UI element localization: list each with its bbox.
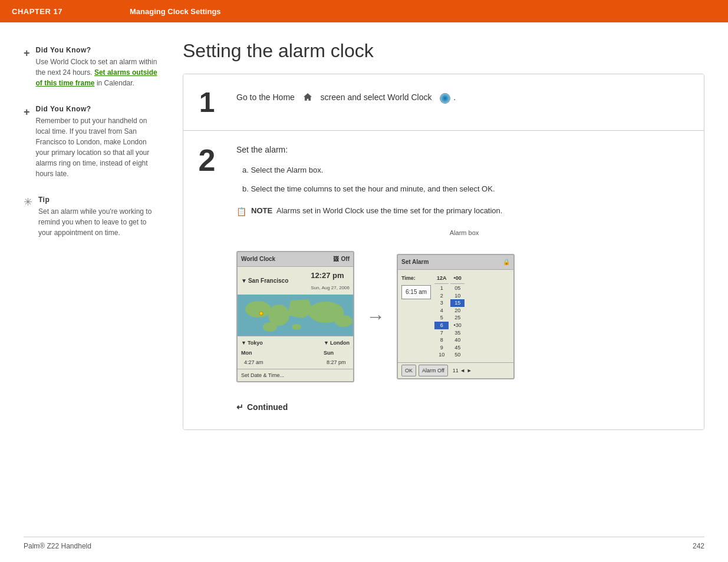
london-day: Sun: [324, 348, 350, 358]
london-time: 8:27 pm: [327, 359, 346, 365]
alarm-hours-col: 12A 1 2 3 4 5 6 7 8: [434, 273, 449, 359]
alarm-min-15: 15: [450, 299, 465, 307]
step-1-content: Go to the Home screen and select World C…: [230, 74, 704, 130]
device-sf-row: ▼ San Francisco 12:27 pm Sun, Aug 27, 20…: [238, 267, 353, 295]
tokyo-city: Tokyo: [248, 338, 263, 348]
world-map-svg: [238, 295, 353, 336]
device-toggle: Off: [341, 254, 350, 265]
main-content: + Did You Know? Use World Clock to set a…: [0, 22, 728, 448]
note-box: 📋 NOTE Alarms set in World Clock use the…: [236, 204, 692, 219]
alarm-hour-8: 8: [434, 336, 449, 344]
alarm-left: Time: 6:15 am: [401, 273, 431, 359]
sf-city: San Francisco: [248, 276, 288, 286]
alarm-min-40: 40: [450, 336, 465, 344]
alarm-box-label: Alarm box: [236, 227, 692, 239]
sidebar-item-2-content: Did You Know? Remember to put your handh…: [36, 105, 159, 179]
did-you-know-2-text: Remember to put your handheld on local t…: [36, 115, 159, 179]
alarm-min-10: 10: [450, 292, 465, 300]
note-label: NOTE: [251, 206, 272, 215]
home-icon: [303, 92, 312, 102]
steps-container: 1 Go to the Home screen and select World…: [183, 74, 704, 430]
sidebar-item-2: + Did You Know? Remember to put your han…: [24, 105, 159, 179]
alarm-right: 12A 1 2 3 4 5 6 7 8: [434, 273, 465, 359]
alarm-ok-btn[interactable]: OK: [401, 365, 416, 376]
alarm-hour-9: 9: [434, 344, 449, 352]
tokyo-arrow: ▼: [241, 338, 246, 348]
alarm-min-20: 20: [450, 307, 465, 315]
device-footer: ▼ Tokyo Mon 4:27 am: [238, 336, 353, 369]
tokyo-item: ▼ Tokyo Mon 4:27 am: [241, 338, 263, 367]
alarm-min-35: 35: [450, 329, 465, 337]
svg-point-7: [292, 324, 301, 330]
alarm-min-50: 50: [450, 351, 465, 359]
device-map: [238, 295, 353, 336]
alarm-minutes-col: •00 05 10 15 20 25 •30 35 40: [450, 273, 465, 359]
tokyo-day: Mon: [241, 348, 263, 358]
tip-text: Set an alarm while you're working to rem…: [38, 206, 159, 238]
step-2-content: Set the alarm: a. Select the Alarm box. …: [230, 131, 704, 429]
step-2: 2 Set the alarm: a. Select the Alarm box…: [183, 131, 704, 429]
tip-label: Tip: [38, 196, 159, 204]
alarm-lock-icon: 🔒: [503, 257, 510, 267]
svg-point-6: [263, 322, 277, 332]
device-header: World Clock 🖼 Off: [238, 252, 353, 267]
sidebar-item-3: ✳ Tip Set an alarm while you're working …: [24, 196, 159, 238]
note-icon: 📋: [236, 204, 246, 219]
alarm-hour-5: 5: [434, 314, 449, 322]
devices-area: World Clock 🖼 Off ▼ San Francisco: [236, 251, 692, 382]
step-2-main: Set the alarm:: [236, 143, 692, 157]
alarm-time-label: Time:: [401, 273, 431, 283]
alarm-hour-3: 3: [434, 299, 449, 307]
plus-icon-1: +: [24, 47, 30, 59]
continued: ↵ Continued: [236, 394, 692, 418]
header-bar: CHAPTER 17 Managing Clock Settings: [0, 0, 728, 22]
star-icon: ✳: [24, 196, 32, 209]
section-title: Setting the alarm clock: [183, 40, 704, 62]
alarm-hour-1: 1: [434, 285, 449, 292]
step-1: 1 Go to the Home screen and select World…: [183, 74, 704, 131]
alarm-off-btn[interactable]: Alarm Off: [419, 365, 448, 376]
alarm-minutes-header: •00: [450, 273, 465, 284]
alarm-hour-10: 10: [434, 351, 449, 359]
page-footer: Palm® Z22 Handheld 242: [24, 537, 704, 550]
tokyo-time: 4:27 am: [244, 359, 263, 365]
step-2-sub-a: a. Select the Alarm box.: [236, 163, 692, 177]
alarm-header: Set Alarm 🔒: [398, 255, 513, 270]
did-you-know-1-label: Did You Know?: [36, 46, 159, 54]
sidebar: + Did You Know? Use World Clock to set a…: [24, 40, 159, 430]
svg-point-5: [335, 315, 353, 327]
worldclock-icon: [440, 93, 450, 104]
alarm-min-05: 05: [450, 285, 465, 292]
chapter-label: CHAPTER 17: [12, 7, 130, 16]
alarm-hour-2: 2: [434, 292, 449, 300]
continued-icon: ↵: [236, 400, 243, 415]
sf-date: Sun, Aug 27, 2006: [311, 285, 350, 290]
svg-point-8: [259, 312, 263, 315]
alarm-footer: OK Alarm Off 11 ◄ ►: [398, 362, 513, 378]
london-arrow: ▼: [324, 338, 329, 348]
step-2-number: 2: [183, 131, 230, 429]
arrow-right: →: [366, 300, 385, 334]
plus-icon-2: +: [24, 106, 30, 118]
chapter-title: Managing Clock Settings: [130, 7, 221, 16]
did-you-know-1-text: Use World Clock to set an alarm within t…: [36, 57, 159, 88]
alarm-hour-6: 6: [434, 322, 449, 329]
alarm-hours-header: 12A: [434, 273, 449, 284]
alarm-hour-4: 4: [434, 307, 449, 315]
device-icon: 🖼: [333, 254, 339, 265]
footer-brand: Palm® Z22 Handheld: [24, 542, 91, 550]
note-text: Alarms set in World Clock use the time s…: [276, 206, 502, 215]
did-you-know-2-label: Did You Know?: [36, 105, 159, 113]
step-1-number: 1: [183, 74, 230, 130]
sidebar-item-1-content: Did You Know? Use World Clock to set an …: [36, 46, 159, 88]
alarm-time-box: 6:15 am: [401, 285, 431, 299]
alarm-hour-7: 7: [434, 329, 449, 337]
step-1-text: Go to the Home screen and select World C…: [236, 86, 692, 108]
sidebar-item-3-content: Tip Set an alarm while you're working to…: [38, 196, 159, 238]
sidebar-item-1: + Did You Know? Use World Clock to set a…: [24, 46, 159, 88]
alarm-title: Set Alarm: [401, 257, 429, 267]
arrow-icon: ▼: [241, 276, 247, 286]
device-title: World Clock: [241, 254, 275, 265]
content-area: Setting the alarm clock 1 Go to the Home…: [183, 40, 704, 430]
sf-time: 12:27 pm: [311, 269, 350, 282]
